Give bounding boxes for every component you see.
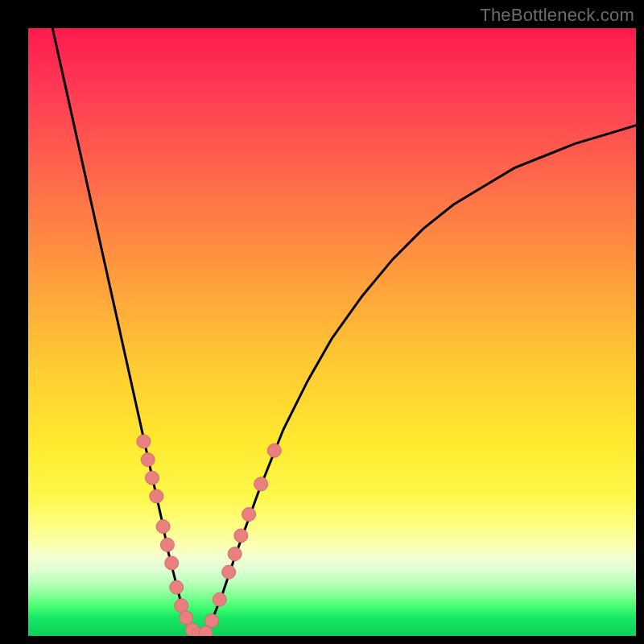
data-marker [254,477,268,491]
data-marker [165,556,179,570]
data-marker [150,489,163,503]
bottleneck-curve [52,28,636,636]
data-marker [180,611,193,625]
data-marker [234,529,248,543]
data-marker [267,444,281,457]
watermark-text: TheBottleneck.com [480,5,634,26]
data-marker [170,580,184,594]
data-marker [175,599,188,613]
data-marker [137,435,151,448]
plot-area [28,28,636,636]
data-marker [205,614,219,628]
chart-svg [28,28,636,636]
data-marker [141,453,155,467]
data-markers [137,435,281,636]
data-marker [228,547,242,561]
data-marker [146,471,159,485]
curve-path [52,28,636,636]
data-marker [160,538,174,551]
data-marker [242,508,256,522]
chart-frame: TheBottleneck.com [0,0,644,644]
data-marker [222,565,236,579]
data-marker [156,520,170,534]
data-marker [213,592,226,606]
